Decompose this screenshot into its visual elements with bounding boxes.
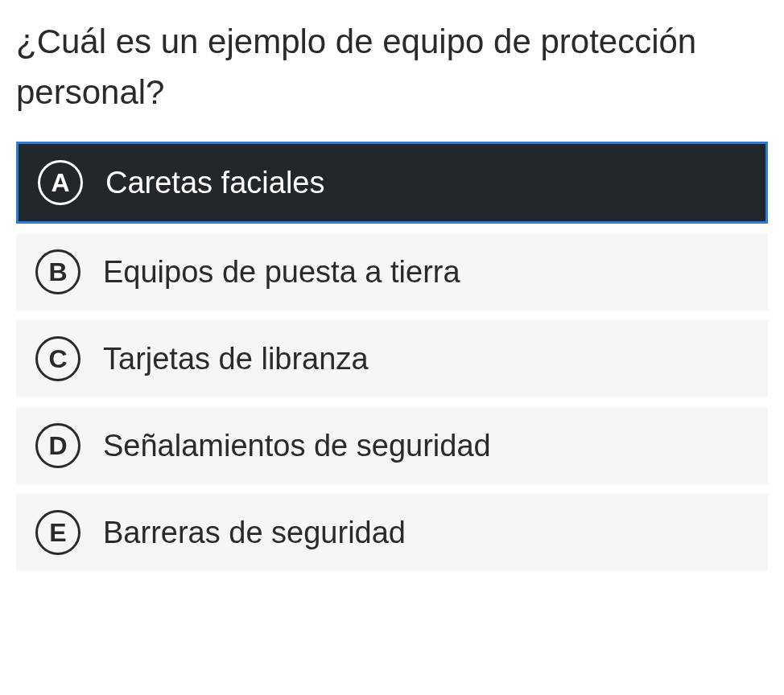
option-d[interactable]: D Señalamientos de seguridad	[16, 407, 768, 484]
option-e[interactable]: E Barreras de seguridad	[16, 494, 768, 571]
option-text-a: Caretas faciales	[105, 166, 324, 200]
option-a[interactable]: A Caretas faciales	[16, 142, 768, 224]
option-letter-d: D	[35, 423, 80, 468]
options-container: A Caretas faciales B Equipos de puesta a…	[16, 142, 768, 571]
option-letter-b: B	[35, 249, 80, 294]
option-c[interactable]: C Tarjetas de libranza	[16, 320, 768, 397]
option-text-b: Equipos de puesta a tierra	[103, 255, 460, 290]
option-text-e: Barreras de seguridad	[103, 516, 406, 550]
question-text: ¿Cuál es un ejemplo de equipo de protecc…	[16, 16, 768, 117]
option-letter-e: E	[35, 510, 80, 555]
option-text-d: Señalamientos de seguridad	[103, 429, 491, 463]
option-letter-a: A	[38, 160, 83, 205]
option-letter-c: C	[35, 336, 80, 381]
option-text-c: Tarjetas de libranza	[103, 342, 369, 376]
option-b[interactable]: B Equipos de puesta a tierra	[16, 233, 768, 310]
